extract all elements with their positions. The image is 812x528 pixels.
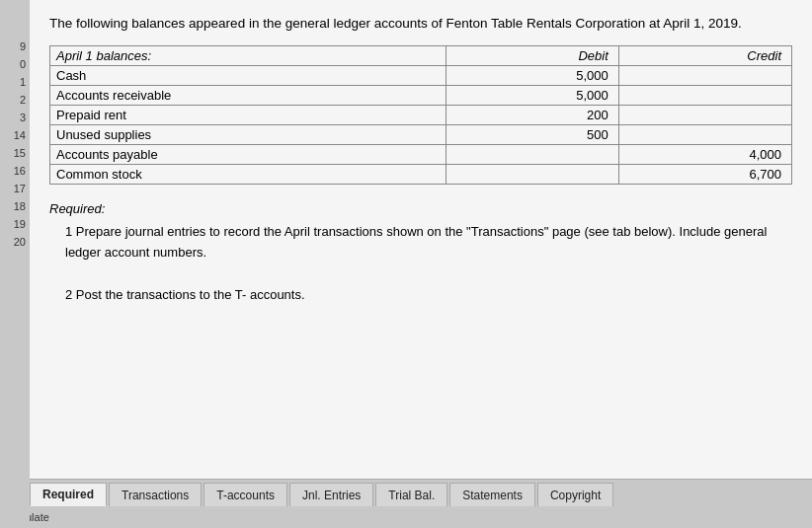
table-header-credit: Credit <box>618 46 791 66</box>
balance-table: April 1 balances: Debit Credit Cash5,000… <box>49 45 792 185</box>
table-header-label: April 1 balances: <box>50 46 447 66</box>
required-label: Required: <box>49 198 792 220</box>
table-row: Accounts receivable5,000 <box>50 86 792 106</box>
table-header-debit: Debit <box>446 46 618 66</box>
required-item-2: 2 Post the transactions to the T- accoun… <box>65 285 792 306</box>
row-credit <box>618 106 791 125</box>
row-debit: 200 <box>446 106 618 125</box>
row-credit: 4,000 <box>618 145 791 165</box>
row-debit <box>446 165 618 185</box>
row-label: Accounts payable <box>50 145 447 165</box>
tab-required[interactable]: Required <box>30 483 107 506</box>
row-credit <box>618 125 791 145</box>
line-numbers: 9 0 1 2 3 14 15 16 17 18 19 20 <box>0 0 30 528</box>
table-row: Prepaid rent200 <box>50 106 792 125</box>
required-section: Required: 1 Prepare journal entries to r… <box>49 198 792 306</box>
row-debit: 5,000 <box>446 66 618 86</box>
row-credit <box>618 86 791 106</box>
tab-transactions[interactable]: Transactions <box>109 483 202 506</box>
tabs-bar: RequiredTransactionsT-accountsJnl. Entri… <box>0 479 812 506</box>
table-row: Cash5,000 <box>50 66 792 86</box>
row-debit <box>446 145 618 165</box>
table-row: Unused supplies500 <box>50 125 792 145</box>
table-row: Accounts payable4,000 <box>50 145 792 165</box>
row-label: Cash <box>50 66 447 86</box>
intro-text: The following balances appeared in the g… <box>49 14 792 34</box>
main-content: The following balances appeared in the g… <box>30 0 812 479</box>
row-credit: 6,700 <box>618 165 791 185</box>
tab-statements[interactable]: Statements <box>449 483 535 506</box>
row-label: Accounts receivable <box>50 86 447 106</box>
tab-jnl-entries[interactable]: Jnl. Entries <box>289 483 373 506</box>
row-debit: 500 <box>446 125 618 145</box>
row-label: Prepaid rent <box>50 106 447 125</box>
bottom-bar: Calculate <box>0 506 812 528</box>
row-label: Common stock <box>50 165 447 185</box>
table-row: Common stock6,700 <box>50 165 792 185</box>
row-credit <box>618 66 791 86</box>
tab-copyright[interactable]: Copyright <box>537 483 613 506</box>
required-item-1: 1 Prepare journal entries to record the … <box>65 222 792 264</box>
tab-trial-bal[interactable]: Trial Bal. <box>375 483 447 506</box>
tab-t-accounts[interactable]: T-accounts <box>203 483 287 506</box>
row-label: Unused supplies <box>50 125 447 145</box>
row-debit: 5,000 <box>446 86 618 106</box>
